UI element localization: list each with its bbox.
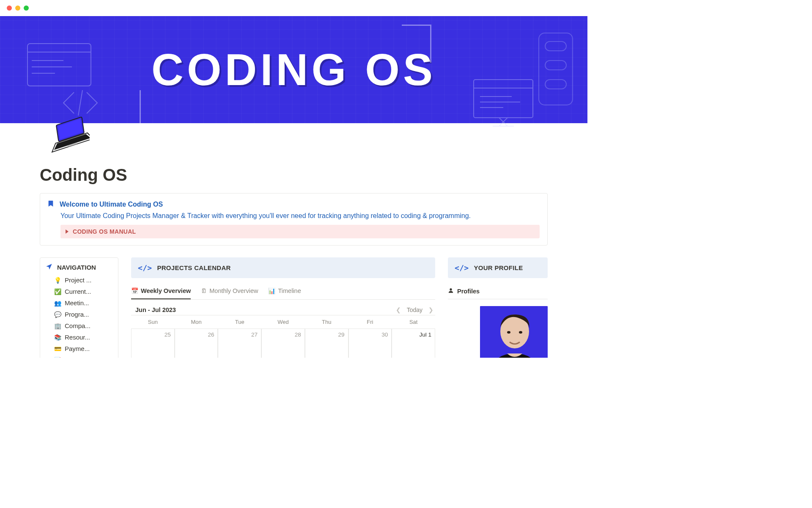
calendar-next-button[interactable]: ❯ xyxy=(428,306,433,313)
svg-rect-0 xyxy=(27,44,91,86)
tab-timeline[interactable]: 📊Timeline xyxy=(268,287,301,299)
tab-label: Monthly Overview xyxy=(209,287,258,294)
toggle-triangle-icon xyxy=(66,229,69,234)
sidebar-item-label: Current... xyxy=(65,288,91,295)
profile-avatar[interactable] xyxy=(480,306,548,358)
sidebar-item-1[interactable]: ✅Current... xyxy=(45,286,113,297)
sidebar-item-label: Resour... xyxy=(65,334,90,341)
calendar-date-label: 28 xyxy=(295,331,301,338)
sidebar-item-3[interactable]: 💬Progra... xyxy=(45,309,113,320)
calendar-date-label: 26 xyxy=(208,331,214,338)
tab-weekly-overview[interactable]: 📅Weekly Overview xyxy=(131,287,191,299)
callout-description: Your Ultimate Coding Projects Manager & … xyxy=(60,212,540,220)
navigation-arrow-icon xyxy=(45,263,53,272)
svg-rect-14 xyxy=(539,33,573,105)
sidebar-item-0[interactable]: 💡Project ... xyxy=(45,274,113,286)
calendar-dayname: Wed xyxy=(261,315,305,329)
sidebar-item-4[interactable]: 🏢Compa... xyxy=(45,320,113,331)
calendar-cell[interactable]: Jul 1 xyxy=(392,329,435,358)
page-icon-laptop xyxy=(43,114,90,160)
calendar-dayname: Fri xyxy=(348,315,392,329)
calendar-range-label: Jun - Jul 2023 xyxy=(135,306,176,313)
calendar-today-button[interactable]: Today xyxy=(407,306,422,313)
your-profile-title: YOUR PROFILE xyxy=(474,264,523,271)
person-icon xyxy=(448,287,454,295)
calendar-cell[interactable]: 26 xyxy=(175,329,218,358)
sidebar-item-icon: 📝 xyxy=(54,357,61,358)
page-cover: CODING OS xyxy=(0,16,587,123)
window-doodle-icon xyxy=(25,41,93,88)
window-titlebar xyxy=(0,0,587,16)
sidebar-item-2[interactable]: 👥Meetin... xyxy=(45,297,113,309)
cover-title: CODING OS xyxy=(151,44,436,95)
sidebar-item-label: Project ... xyxy=(65,276,91,284)
calendar-cell[interactable]: 27 xyxy=(218,329,261,358)
page-title: Coding OS xyxy=(40,166,548,185)
calendar-cell[interactable]: 30 xyxy=(348,329,392,358)
svg-point-23 xyxy=(450,288,452,290)
sidebar-item-label: Compa... xyxy=(65,322,91,329)
sidebar-item-label: Progra... xyxy=(65,311,89,318)
monitor-doodle-icon xyxy=(469,77,537,128)
profiles-tab-label: Profiles xyxy=(457,288,480,295)
bookmark-icon xyxy=(48,200,54,209)
svg-line-5 xyxy=(78,90,82,116)
sidebar-item-icon: 📚 xyxy=(54,334,61,341)
svg-point-26 xyxy=(507,331,510,334)
svg-point-27 xyxy=(519,331,522,334)
calendar-date-label: 29 xyxy=(338,331,345,338)
tab-label: Timeline xyxy=(278,287,301,294)
svg-rect-6 xyxy=(474,80,533,118)
your-profile-header: </> YOUR PROFILE xyxy=(448,257,548,278)
sidebar-item-icon: 💳 xyxy=(54,345,61,352)
calendar-dayname: Mon xyxy=(175,315,218,329)
manual-toggle-label: CODING OS MANUAL xyxy=(73,228,136,235)
projects-calendar-title: PROJECTS CALENDAR xyxy=(157,264,230,271)
calendar-grid: SunMonTueWedThuFriSat252627282930Jul 1 xyxy=(131,315,435,358)
corner-bracket-icon xyxy=(402,25,431,63)
calendar-dayname: Sat xyxy=(392,315,435,329)
calendar-dayname: Thu xyxy=(305,315,348,329)
calendar-cell[interactable]: 25 xyxy=(131,329,175,358)
calendar-prev-button[interactable]: ❮ xyxy=(396,306,401,313)
corner-bracket-icon xyxy=(140,90,169,128)
calendar-date-label: Jul 1 xyxy=(419,331,431,338)
calendar-cell[interactable]: 29 xyxy=(305,329,348,358)
sidebar-item-icon: 💬 xyxy=(54,311,61,318)
sidebar-item-5[interactable]: 📚Resour... xyxy=(45,331,113,343)
sidebar-item-6[interactable]: 💳Payme... xyxy=(45,343,113,354)
svg-rect-17 xyxy=(545,80,566,89)
tab-monthly-overview[interactable]: 🗓Monthly Overview xyxy=(201,287,258,299)
callout-title: Welcome to Ultimate Coding OS xyxy=(60,201,163,208)
sidebar-item-7[interactable]: 📝Your N... xyxy=(45,354,113,358)
tab-icon: 📅 xyxy=(131,287,138,294)
welcome-callout: Welcome to Ultimate Coding OS Your Ultim… xyxy=(40,193,548,246)
tab-icon: 🗓 xyxy=(201,287,207,294)
calendar-date-label: 30 xyxy=(381,331,388,338)
traffic-light-close-icon[interactable] xyxy=(7,6,12,11)
sidebar-item-icon: 💡 xyxy=(54,277,61,284)
sidebar-item-label: Your N... xyxy=(65,356,89,358)
manual-toggle[interactable]: CODING OS MANUAL xyxy=(60,225,540,238)
code-angle-brackets-icon xyxy=(59,88,102,118)
projects-calendar-header: </> PROJECTS CALENDAR xyxy=(131,257,435,278)
sidebar-item-icon: 🏢 xyxy=(54,323,61,329)
profiles-tab[interactable]: Profiles xyxy=(448,282,548,299)
tab-icon: 📊 xyxy=(268,287,275,294)
svg-rect-15 xyxy=(545,41,566,51)
calendar-cell[interactable]: 28 xyxy=(261,329,305,358)
calendar-view-tabs: 📅Weekly Overview🗓Monthly Overview📊Timeli… xyxy=(131,282,435,300)
phone-doodle-icon xyxy=(537,31,575,107)
sidebar-item-icon: 👥 xyxy=(54,300,61,306)
calendar-dayname: Sun xyxy=(131,315,175,329)
code-icon: </> xyxy=(138,263,152,272)
navigation-card: NAVIGATION 💡Project ...✅Current...👥Meeti… xyxy=(40,257,118,358)
calendar-dayname: Tue xyxy=(218,315,261,329)
navigation-title: NAVIGATION xyxy=(57,264,96,271)
calendar-date-label: 25 xyxy=(165,331,171,338)
traffic-light-minimize-icon[interactable] xyxy=(15,6,20,11)
traffic-light-zoom-icon[interactable] xyxy=(24,6,29,11)
svg-rect-16 xyxy=(545,61,566,70)
sidebar-item-label: Payme... xyxy=(65,345,90,352)
calendar-date-label: 27 xyxy=(251,331,258,338)
